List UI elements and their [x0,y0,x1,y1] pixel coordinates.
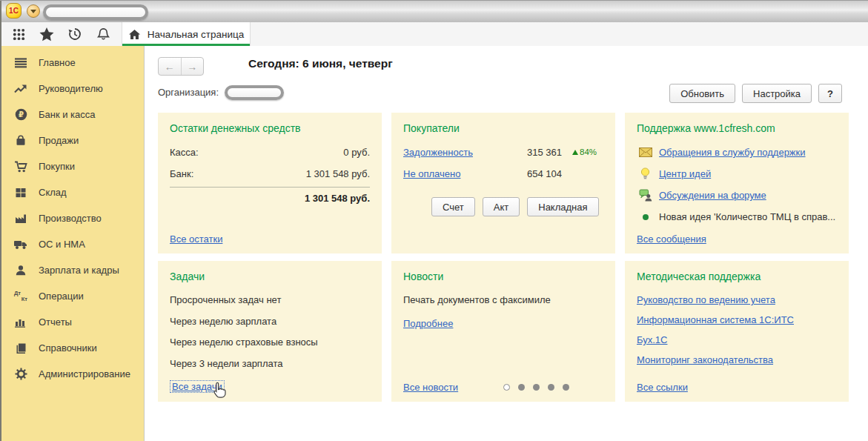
sidebar-item-label: Склад [39,187,67,198]
task-item: Через неделю зарплата [170,311,370,333]
sidebar-item-proizvodstvo[interactable]: Производство [0,205,144,231]
ruble-icon: ₽ [13,108,29,121]
sidebar-item-rukovoditelyu[interactable]: Руководителю [0,76,144,102]
waybill-button[interactable]: Накладная [527,197,598,216]
triangle-up-icon [572,150,578,155]
sidebar-item-operacii[interactable]: ДтКт Операции [0,283,144,309]
accounting-guide-link[interactable]: Руководство по ведению учета [637,290,837,310]
pagination-dot[interactable] [518,384,525,391]
apps-grid-button[interactable] [4,22,33,46]
pagination-dot[interactable] [533,384,540,391]
support-row-ideas: Центр идей [638,163,837,185]
card-title: Остатки денежных средств [170,122,370,134]
card-title: Методическая поддержка [637,271,837,282]
chevron-down-icon [30,10,36,13]
trend-icon [13,84,29,94]
sidebar-item-label: Банк и касса [39,109,96,120]
all-balances-link[interactable]: Все остатки [170,233,222,245]
chart-icon [13,317,29,328]
sidebar-item-label: Операции [39,291,84,302]
lightbulb-icon [638,168,652,180]
sidebar-item-label: Главное [39,57,76,68]
task-item: Через неделю страховые взносы [170,332,370,354]
sidebar: Главное Руководителю ₽ Банк и касса Прод… [0,46,145,441]
debt-link[interactable]: Задолженность [403,142,473,163]
sidebar-item-label: Зарплата и кадры [39,265,119,276]
header-actions: Обновить Настройка ? [669,84,842,103]
books-icon [13,342,29,354]
sidebar-item-otchety[interactable]: Отчеты [0,309,144,335]
sidebar-item-administrirovanie[interactable]: Администрирование [0,361,144,387]
all-news-link[interactable]: Все новости [403,382,458,393]
law-monitoring-link[interactable]: Мониторинг законодательства [637,350,837,370]
news-details-link[interactable]: Подробнее [403,318,453,329]
sidebar-item-bank-i-kassa[interactable]: ₽ Банк и касса [0,102,144,127]
support-tickets-link[interactable]: Обращения в службу поддержки [659,142,806,163]
all-messages-link[interactable]: Все сообщения [637,233,706,245]
card-news: Новости Печать документов с факсимиле По… [391,261,615,402]
refresh-button[interactable]: Обновить [669,84,735,103]
forum-link[interactable]: Обсуждения на форуме [659,185,766,206]
sidebar-item-label: Покупки [39,161,75,172]
grid-menu-icon [12,27,26,42]
all-tasks-link[interactable]: Все задачи [170,380,225,393]
sidebar-item-label: ОС и НМА [39,239,85,250]
sidebar-item-os-i-nma[interactable]: ОС и НМА [0,231,144,257]
card-customers: Покупатели Задолженность 315 361 84% Не … [391,113,615,253]
app-window: 1С [0,0,868,441]
history-button[interactable] [61,22,89,46]
sidebar-item-spravochniki[interactable]: Справочники [0,335,144,361]
window-frame-left [0,0,1,441]
card-title: Поддержка www.1cfresh.com [637,122,837,134]
factory-icon [13,213,29,224]
pagination-dot-active[interactable] [503,384,510,391]
pagination-dot[interactable] [548,384,554,391]
boxes-icon [13,187,29,199]
envelope-icon [638,147,652,157]
idea-center-link[interactable]: Центр идей [659,163,711,185]
sidebar-item-sklad[interactable]: Склад [0,179,144,205]
sidebar-item-prodazhi[interactable]: Продажи [0,127,144,153]
dashboard-cards: Остатки денежных средств Касса: 0 руб. Б… [158,113,849,402]
toolbar-icons [0,22,122,46]
unpaid-link[interactable]: Не оплачено [403,163,460,185]
card-cash-balances: Остатки денежных средств Касса: 0 руб. Б… [158,113,382,253]
card-methodical-support: Методическая поддержка Руководство по ве… [625,261,849,402]
cash-row-label: Банк: [170,163,193,185]
person-icon [13,265,29,276]
support-note: Новая идея 'Количество ТМЦ в справ... [659,206,835,228]
tab-home-page[interactable]: Начальная страница [122,22,251,46]
task-item: Через 3 недели зарплата [170,354,370,375]
forward-button[interactable]: → [182,58,204,75]
window-frame-top [0,0,868,1]
news-footer: Все новости [403,382,603,393]
settings-button[interactable]: Настройка [742,84,812,103]
its-system-link[interactable]: Информационная система 1С:ИТС [637,310,837,330]
buh1c-link[interactable]: Бух.1С [637,330,837,350]
pagination-dot[interactable] [563,384,569,391]
cash-row-value: 0 руб. [343,142,370,163]
sidebar-item-pokupki[interactable]: Покупки [0,153,144,179]
notifications-button[interactable] [89,22,117,46]
favorites-button[interactable] [33,22,61,46]
customers-row-debt: Задолженность 315 361 84% [403,142,603,163]
help-button[interactable]: ? [818,84,842,103]
sidebar-item-zarplata-i-kadry[interactable]: Зарплата и кадры [0,257,144,283]
sidebar-item-glavnoe[interactable]: Главное [0,50,144,76]
sidebar-item-label: Администрирование [39,368,130,379]
today-heading: Сегодня: 6 июня, четверг [248,57,393,70]
news-headline: Печать документов с факсимиле [403,293,603,308]
invoice-button[interactable]: Счет [431,197,475,216]
window-title-redacted [43,4,148,20]
bag-icon [13,135,29,147]
support-row-forum: Обсуждения на форуме [638,185,837,206]
document-buttons: Счет Акт Накладная [431,197,603,216]
back-button[interactable]: ← [159,58,182,75]
system-menu-button[interactable] [27,4,40,18]
news-pagination-dots [503,384,569,391]
debt-delta: 84% [572,142,603,163]
all-links-link[interactable]: Все ссылки [637,382,688,393]
bell-icon [96,27,110,42]
debt-value: 315 361 [527,142,562,163]
act-button[interactable]: Акт [483,197,520,216]
